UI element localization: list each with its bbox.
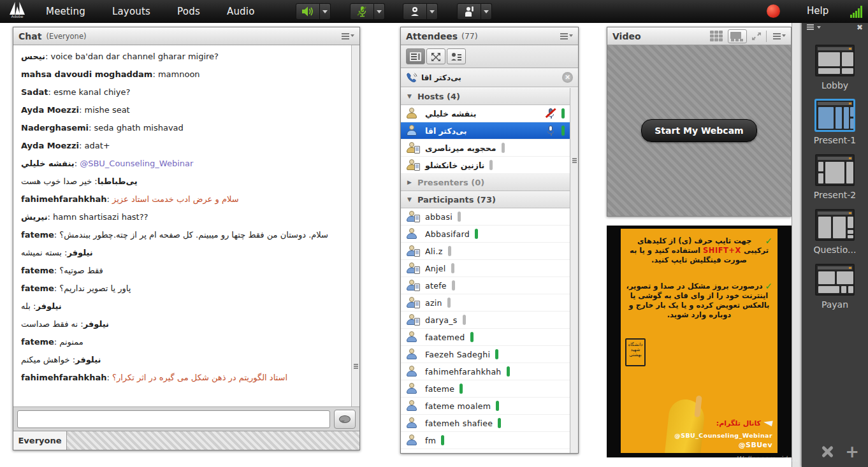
add-layout-icon[interactable]: + [845, 445, 859, 458]
send-message-button[interactable] [334, 410, 356, 429]
chat-pod-menu-icon[interactable] [340, 31, 354, 41]
phone-badge-icon [414, 215, 420, 222]
menu-pods[interactable]: Pods [170, 6, 208, 17]
attendee-row[interactable]: fateme moalem [401, 398, 570, 415]
attendees-scrollbar[interactable] [570, 88, 578, 453]
layout-thumbnail[interactable] [815, 209, 855, 241]
attendee-role-icon [406, 228, 419, 240]
video-pod-menu-icon[interactable] [772, 31, 786, 41]
share-poster: ✓جهت تایپ حرف (ی) از کلیدهای ترکیبی SHIF… [607, 226, 792, 457]
attendee-row[interactable]: fm [401, 432, 570, 449]
checkmark-icon: ✓ [765, 236, 772, 246]
network-status-bar [441, 435, 444, 445]
meeting-window: Adobe Meeting Layouts Pods Audio [0, 0, 868, 467]
chat-scrollbar[interactable] [351, 45, 359, 406]
menu-audio[interactable]: Audio [219, 6, 263, 17]
attendee-role-icon [406, 245, 419, 257]
phone-badge-icon [414, 249, 420, 257]
presenters-section-header[interactable]: ▶ Presenters (0) [401, 174, 570, 191]
webcam-button[interactable] [403, 3, 427, 20]
attendee-row[interactable]: fahimehfarahkhah [401, 363, 570, 380]
dismiss-speaker-bar-button[interactable]: ✕ [562, 72, 573, 83]
attendee-row[interactable]: محجوبه میرناصری [401, 140, 570, 157]
attendees-pod-header: Attendees (77) [401, 27, 578, 45]
layout-item-questions[interactable]: Questio... [802, 209, 868, 255]
university-stamp: دانشگاه شهید بهشتی [625, 338, 646, 366]
layout-item-present-2[interactable]: Present-2 [802, 154, 868, 200]
speaker-button[interactable] [296, 3, 320, 20]
telegram-plane-icon [763, 419, 773, 427]
network-status-bar [448, 246, 451, 256]
collapse-triangle-icon: ▼ [407, 196, 412, 203]
attendee-role-icon [406, 383, 419, 394]
chat-tab-bar: Everyone [13, 431, 359, 450]
layouts-menu-icon[interactable] [807, 24, 817, 31]
attendee-row[interactable]: بنفشه خليلي [401, 105, 570, 122]
microphone-button[interactable] [350, 3, 374, 20]
network-status-bar [452, 280, 455, 291]
attendee-breakout-view-button[interactable] [426, 48, 445, 64]
layout-thumbnail-selected[interactable] [815, 99, 855, 131]
participants-section-header[interactable]: ▼ Participants (73) [401, 191, 570, 208]
menu-meeting[interactable]: Meeting [38, 6, 93, 17]
layouts-close-icon[interactable]: ✖ [857, 23, 863, 32]
layout-tools-icon[interactable] [821, 445, 834, 458]
network-status-bar [561, 126, 565, 136]
webcam-dropdown[interactable] [427, 3, 438, 20]
attendee-row[interactable]: Ali.z [401, 243, 570, 260]
microphone-dropdown[interactable] [374, 3, 385, 20]
attendee-row[interactable]: darya_s [401, 312, 570, 329]
layout-thumbnail[interactable] [815, 264, 855, 296]
phone-badge-icon [414, 266, 420, 274]
attendees-count: (77) [461, 31, 478, 41]
attendee-row[interactable]: atefe [401, 277, 570, 294]
layout-thumbnail[interactable] [815, 154, 855, 186]
network-status-bar [502, 143, 505, 153]
attendee-row[interactable]: نازنین خانکشلو [401, 157, 570, 174]
layout-item-payan[interactable]: Payan [802, 264, 868, 310]
attendees-pod-menu-icon[interactable] [559, 31, 573, 41]
adobe-logo-icon[interactable]: Adobe [8, 2, 27, 21]
layout-scroll-strip[interactable] [792, 23, 802, 467]
pointing-hand-graphic [656, 378, 717, 453]
video-filmstrip-view-icon[interactable] [728, 29, 747, 43]
layout-thumbnail[interactable] [815, 45, 855, 76]
phone-badge-icon [414, 146, 420, 154]
chat-message: fateme: فقط صوتیه؟ [21, 264, 344, 277]
layout-item-lobby[interactable]: Lobby [802, 45, 868, 90]
video-pod-header: Video [607, 27, 791, 45]
network-status-bar [475, 229, 478, 239]
attendee-row[interactable]: abbasi [401, 208, 570, 226]
start-webcam-button[interactable]: Start My Webcam [641, 119, 756, 142]
attendee-row[interactable]: faatemed [401, 329, 570, 346]
layout-item-present-1[interactable]: Present-1 [802, 99, 868, 145]
chat-message-input[interactable] [17, 410, 330, 428]
attendee-role-icon [406, 314, 419, 326]
video-fullscreen-icon[interactable] [751, 31, 762, 41]
chat-pod: Chat (Everyone) نیحس: voice ba'dan dar c… [13, 27, 360, 450]
menu-layouts[interactable]: Layouts [105, 6, 158, 17]
tab-everyone[interactable]: Everyone [13, 431, 67, 450]
chat-input-row [13, 406, 359, 431]
attendee-row[interactable]: Faezeh Sadeghi [401, 346, 570, 363]
attendees-title: Attendees [406, 31, 458, 41]
speaker-dropdown[interactable] [320, 3, 331, 20]
attendee-row[interactable]: Anjel [401, 260, 570, 277]
video-grid-view-icon[interactable] [710, 31, 724, 42]
chat-message: Ayda Moezzi: adat+ [21, 140, 344, 152]
attendee-row[interactable]: fatemeh shafiee [401, 415, 570, 432]
raise-hand-button[interactable] [457, 3, 481, 20]
connection-signal-icon[interactable] [850, 5, 865, 18]
attendee-role-icon [406, 211, 419, 222]
network-status-bar [496, 401, 499, 411]
attendee-row[interactable]: fateme [401, 380, 570, 398]
attendee-status-view-button[interactable] [447, 48, 466, 64]
attendee-row[interactable]: بی‌دکتر اقا [401, 122, 570, 140]
raise-hand-dropdown[interactable] [481, 3, 492, 20]
hosts-section-header[interactable]: ▼ Hosts (4) [401, 88, 570, 105]
attendee-row[interactable]: Abbasifard [401, 226, 570, 243]
attendee-list-view-button[interactable] [406, 48, 425, 64]
chat-message: Naderghasemi: seda ghath mishavad [21, 122, 344, 134]
attendee-row[interactable]: azin [401, 294, 570, 312]
help-menu[interactable]: Help [807, 5, 828, 17]
